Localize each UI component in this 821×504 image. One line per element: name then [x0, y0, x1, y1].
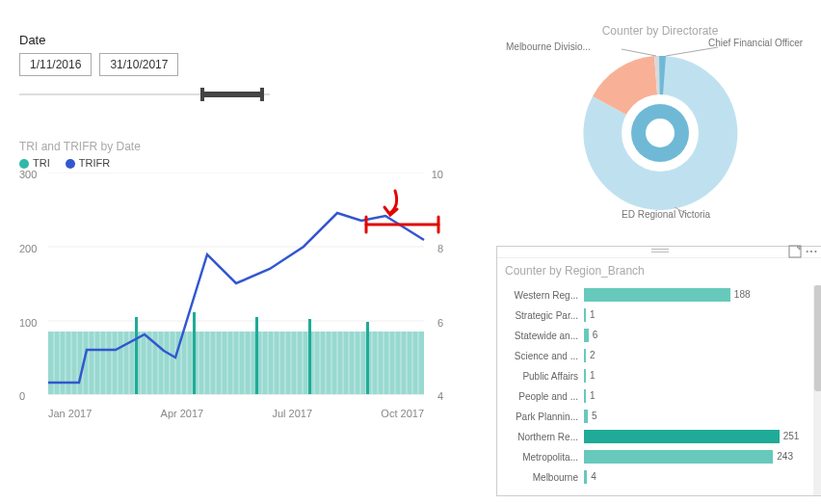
bar-category-label: Northern Re...	[497, 432, 584, 442]
chart-region-branch: ··· Counter by Region_Branch Western Reg…	[496, 246, 821, 496]
bar-track: 243	[584, 450, 815, 464]
slider-handle-right[interactable]	[260, 88, 264, 101]
slider-selection	[202, 92, 260, 97]
svg-rect-71	[255, 317, 258, 394]
bar-track: 1	[584, 389, 815, 403]
drag-grip-icon[interactable]	[651, 249, 669, 252]
bar-category-label: Statewide an...	[497, 331, 584, 341]
bar-value-label: 188	[734, 288, 751, 302]
svg-rect-83	[789, 246, 801, 257]
bar-value-label: 2	[590, 349, 596, 362]
bar-fill	[584, 450, 773, 464]
bar-track: 5	[584, 410, 815, 423]
bar-value-label: 6	[593, 329, 598, 342]
chart1-title: TRI and TRIFR by Date	[19, 140, 443, 153]
focus-mode-icon[interactable]	[788, 245, 802, 258]
chart-tri-trifr: TRI and TRIFR by Date TRI TRIFR 300 200 …	[19, 140, 443, 429]
svg-line-80	[622, 49, 656, 56]
date-filter-label: Date	[19, 33, 270, 47]
bar-value-label: 1	[590, 308, 596, 322]
date-from-input[interactable]: 1/11/2016	[19, 53, 92, 76]
more-options-icon[interactable]: ···	[806, 245, 819, 258]
bar-track: 251	[584, 430, 815, 443]
legend-tri-label: TRI	[33, 157, 50, 169]
card-header[interactable]: ···	[497, 247, 821, 258]
bar-fill	[584, 369, 586, 383]
bar-value-label: 243	[777, 450, 793, 464]
bar-category-label: Western Reg...	[497, 290, 584, 301]
bar-row[interactable]: Statewide an...6	[497, 326, 815, 345]
bar-value-label: 4	[591, 470, 596, 484]
legend-trifr-label: TRIFR	[79, 157, 110, 169]
bar-fill	[584, 389, 586, 403]
donut-label-regional: ED Regional Victoria	[622, 209, 710, 220]
chart2-title: Counter by Directorate	[511, 24, 809, 38]
chart1-plot[interactable]: 300 200 100 0 10 8 6 4	[19, 172, 443, 404]
bar-row[interactable]: Science and ...2	[497, 346, 815, 365]
date-to-input[interactable]: 31/10/2017	[99, 53, 178, 76]
bar-category-label: Science and ...	[497, 351, 584, 361]
chart-directorate: Counter by Directorate Melbourne Divisio…	[511, 24, 809, 246]
bar-category-label: Park Plannin...	[497, 411, 584, 422]
bar-row[interactable]: People and ...1	[497, 386, 815, 406]
chart3-title: Counter by Region_Branch	[497, 258, 821, 285]
donut-label-melbourne: Melbourne Divisio...	[506, 41, 591, 52]
bar-category-label: Strategic Par...	[497, 310, 584, 321]
bar-track: 2	[584, 349, 815, 362]
bar-track: 1	[584, 369, 815, 383]
bar-track: 1	[584, 308, 815, 322]
x-tick: Jan 2017	[48, 408, 92, 419]
chart1-x-ticks: Jan 2017 Apr 2017 Jul 2017 Oct 2017	[48, 408, 424, 419]
bar-fill	[584, 430, 780, 443]
scrollbar-thumb[interactable]	[814, 285, 821, 391]
bar-category-label: Metropolita...	[497, 452, 584, 463]
bar-fill	[584, 349, 586, 362]
tri-color-icon	[19, 159, 29, 169]
bar-fill	[584, 288, 730, 302]
legend-item-tri[interactable]: TRI	[19, 157, 50, 169]
chart1-legend: TRI TRIFR	[19, 157, 443, 169]
bar-row[interactable]: Metropolita...243	[497, 447, 815, 466]
svg-point-79	[646, 119, 675, 147]
svg-line-81	[666, 47, 718, 56]
x-tick: Apr 2017	[161, 408, 204, 419]
bar-row[interactable]: Northern Re...251	[497, 427, 815, 446]
bar-fill	[584, 308, 586, 322]
svg-rect-72	[308, 319, 311, 394]
bar-value-label: 1	[590, 389, 596, 403]
vertical-scrollbar[interactable]	[813, 285, 821, 495]
donut-svg	[564, 41, 756, 215]
bar-value-label: 1	[590, 369, 596, 383]
bar-track: 188	[584, 288, 815, 302]
bar-value-label: 251	[783, 430, 800, 443]
date-range-slider[interactable]	[19, 86, 270, 103]
bar-category-label: Public Affairs	[497, 371, 584, 382]
bar-row[interactable]: Western Reg...188	[497, 285, 815, 305]
svg-rect-69	[135, 317, 138, 394]
svg-rect-70	[193, 312, 196, 394]
bar-row[interactable]: Public Affairs1	[497, 366, 815, 385]
trifr-color-icon	[66, 159, 75, 169]
bar-row[interactable]: Strategic Par...1	[497, 305, 815, 325]
slider-handle-left[interactable]	[200, 88, 204, 101]
svg-rect-73	[366, 322, 369, 394]
date-filter: Date 1/11/2016 31/10/2017	[19, 33, 270, 103]
chart2-plot[interactable]: Melbourne Divisio... Chief Financial Off…	[564, 41, 756, 215]
date-range-inputs: 1/11/2016 31/10/2017	[19, 53, 270, 76]
bar-fill	[584, 410, 588, 423]
bar-fill	[584, 470, 587, 484]
bar-fill	[584, 329, 589, 342]
x-tick: Oct 2017	[381, 408, 424, 419]
bar-category-label: Melbourne	[497, 472, 584, 483]
bar-row[interactable]: Park Plannin...5	[497, 407, 815, 426]
bar-value-label: 5	[592, 410, 597, 423]
chart1-svg	[19, 172, 443, 404]
bar-track: 4	[584, 470, 815, 484]
chart3-bars[interactable]: Western Reg...188Strategic Par...1Statew…	[497, 285, 821, 487]
bar-category-label: People and ...	[497, 391, 584, 402]
legend-item-trifr[interactable]: TRIFR	[66, 157, 110, 169]
x-tick: Jul 2017	[272, 408, 312, 419]
bar-track: 6	[584, 329, 815, 342]
bar-row[interactable]: Melbourne4	[497, 467, 815, 487]
donut-label-cfo: Chief Financial Officer	[708, 38, 803, 48]
